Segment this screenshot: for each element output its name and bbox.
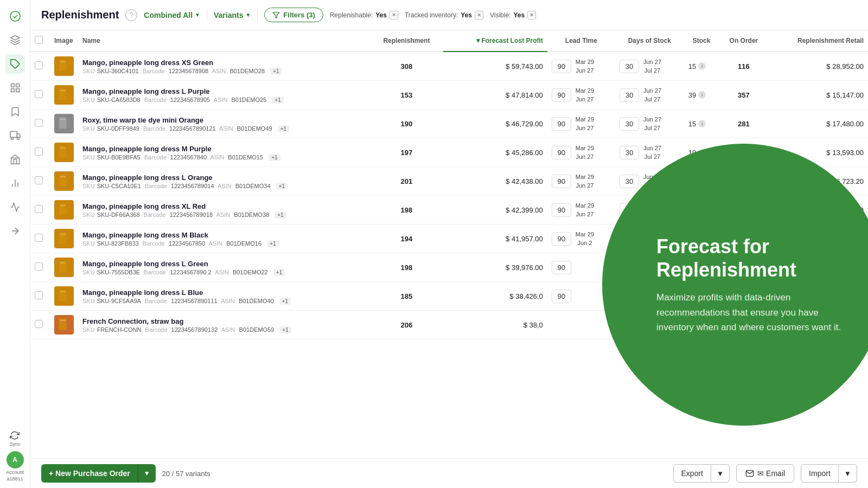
row-checkbox-5[interactable] [35,205,43,213]
svg-rect-17 [60,61,65,62]
sync-label: Sync [9,441,20,447]
days-cell-3: 30 Jun 27 Jul 27 [620,144,680,162]
svg-rect-6 [10,132,16,138]
new-purchase-order-group: + New Purchase Order ▼ [41,464,156,483]
col-stock[interactable]: Stock [684,30,719,52]
sidebar-icon-bookmark[interactable] [5,102,25,121]
col-retail[interactable]: Replenishment Retail [769,30,868,52]
row-checkbox-2[interactable] [35,119,43,127]
filter-replenishable-remove[interactable]: ✕ [390,11,398,20]
lead-time-box-2[interactable]: 90 [552,117,571,131]
svg-rect-4 [11,89,14,92]
product-meta-6: SKUSKU-823FB833 Barcode 12234567850 ASIN… [82,240,366,247]
sidebar-icon-top[interactable] [5,7,25,26]
sidebar-icon-bar[interactable] [5,197,25,217]
forecast-val-8: $ 38,426.0 [509,292,542,300]
separator-2 [257,10,258,21]
product-meta-8: SKUSKU-9CF5AA9A Barcode 12234567890111 A… [82,298,366,304]
stock-info-0[interactable]: i [698,62,706,70]
sidebar-icon-tag[interactable] [5,54,25,74]
replenishment-val-5: 198 [401,206,413,214]
product-image-9 [54,315,74,335]
combined-all-arrow: ▼ [195,12,200,18]
table-row: Mango, pineapple long dress L Purple SKU… [30,81,868,110]
export-split[interactable]: ▼ [711,464,730,483]
sidebar-icon-layers[interactable] [5,30,25,50]
row-checkbox-4[interactable] [35,176,43,184]
col-days-of-stock[interactable]: Days of Stock [615,30,684,52]
days-box-0[interactable]: 30 [620,60,639,73]
row-checkbox-3[interactable] [35,147,43,156]
variants-dropdown[interactable]: Variants ▼ [214,11,251,20]
forecast-val-2: $ 46,729.00 [506,120,543,128]
avatar[interactable]: A [7,451,24,468]
lead-time-box-5[interactable]: 90 [552,203,571,217]
row-checkbox-8[interactable] [35,291,43,299]
row-checkbox-1[interactable] [35,90,43,98]
lead-time-cell-2: 90 Mar 29 Jun 27 [552,115,611,133]
filter-button[interactable]: Filters (3) [264,8,323,22]
lead-time-box-7[interactable]: 90 [552,261,571,274]
svg-rect-2 [11,84,14,87]
days-box-1[interactable]: 30 [620,88,639,102]
sidebar-icon-building[interactable] [5,150,25,169]
import-button[interactable]: Import [801,464,839,483]
email-button[interactable]: ✉ Email [736,464,794,483]
select-all-checkbox[interactable] [35,36,43,44]
sidebar-icon-truck[interactable] [5,126,25,145]
sidebar-icon-grid[interactable] [5,78,25,98]
sidebar-icon-chart[interactable] [5,174,25,193]
col-forecast[interactable]: ▼Forecast Lost Profit [443,30,547,52]
days-box-3[interactable]: 30 [620,146,639,159]
lead-time-box-6[interactable]: 90 [552,232,571,246]
lead-time-box-8[interactable]: 90 [552,290,571,303]
product-image-0 [54,56,74,76]
lead-time-box-0[interactable]: 90 [552,60,571,73]
product-meta-1: SKUSKU-CA6583D8 Barcode 122345678905 ASI… [82,97,366,103]
lead-time-dates-3: Mar 29 Jun 27 [576,144,594,162]
filter-tracked-remove[interactable]: ✕ [475,11,483,20]
col-replenishment[interactable]: Replenishment [370,30,444,52]
svg-rect-21 [60,119,65,120]
overlay-body: Maximize profits with data-driven recomm… [656,290,846,335]
filter-visible: Visible: Yes ✕ [490,11,536,20]
product-image-4 [54,171,74,191]
import-split[interactable]: ▼ [839,464,857,483]
svg-rect-5 [16,89,19,92]
days-box-2[interactable]: 30 [620,117,639,131]
lead-time-box-3[interactable]: 90 [552,146,571,159]
row-checkbox-6[interactable] [35,234,43,242]
svg-marker-15 [273,12,280,18]
svg-rect-10 [11,158,19,164]
new-purchase-order-split[interactable]: ▼ [138,464,156,483]
row-checkbox-9[interactable] [35,320,43,328]
days-dates-2: Jun 27 Jul 27 [643,115,661,133]
svg-rect-35 [60,320,65,321]
combined-all-dropdown[interactable]: Combined All ▼ [144,11,200,20]
lead-time-box-1[interactable]: 90 [552,88,571,102]
filter-visible-remove[interactable]: ✕ [527,11,536,20]
col-lead-time[interactable]: Lead Time [547,30,615,52]
product-name-7: Mango, pineapple long dress L Green [82,260,366,268]
sync-button[interactable]: Sync [9,431,20,447]
account-button[interactable]: A Account a18811 [6,451,24,481]
forecast-val-4: $ 42,438.00 [506,177,543,185]
col-name[interactable]: Name [78,30,370,52]
help-button[interactable]: ? [125,9,137,21]
col-on-order[interactable]: On Order [719,30,768,52]
lead-time-dates-4: Mar 29 Jun 27 [576,172,594,190]
stock-info-1[interactable]: i [698,91,706,99]
row-checkbox-7[interactable] [35,262,43,271]
lead-time-box-4[interactable]: 90 [552,175,571,188]
new-purchase-order-button[interactable]: + New Purchase Order [41,464,138,483]
product-meta-0: SKUSKU-360C4101 Barcode 122345678908 ASI… [82,68,366,74]
plus-badge-8: +1 [279,298,291,305]
sidebar-icon-arrow[interactable] [5,221,25,241]
lead-time-cell-7: 90 [552,261,611,274]
stock-info-2[interactable]: i [698,120,706,127]
svg-rect-3 [16,84,19,87]
plus-badge-6: +1 [267,240,278,247]
days-box-4[interactable]: 30 [620,175,639,188]
row-checkbox-0[interactable] [35,61,43,69]
export-button[interactable]: Export [673,464,711,483]
